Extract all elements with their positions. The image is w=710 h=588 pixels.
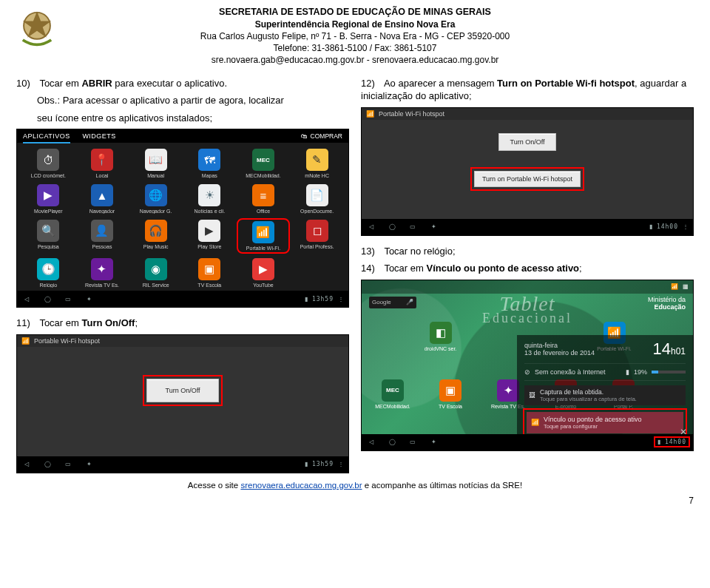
recent-icon[interactable]: ▭ [408, 222, 418, 232]
navbar-clock[interactable]: 14h00 [665, 439, 686, 445]
app-icon: 🌐 [145, 184, 167, 206]
page-number: 7 [689, 496, 694, 506]
app-icon: ◻ [306, 220, 328, 242]
back-icon[interactable]: ◁ [21, 294, 32, 304]
screenshot-hotspot-off: 📶 Portable Wi-Fi hotspot Turn On/Off ◁ ◯… [16, 334, 349, 473]
app-portal-profess-[interactable]: ◻Portal Profess. [291, 220, 342, 252]
step-10: 10) Tocar em ABRIR para executar o aplic… [16, 77, 349, 90]
screenshot-icon[interactable]: ✦ [84, 294, 94, 304]
app-label: Relógio [26, 283, 70, 288]
shop-button[interactable]: 🛍 COMPRAR [301, 132, 342, 140]
tab-widgets[interactable]: WIDGETS [82, 132, 116, 140]
app-movieplayer[interactable]: ▶MoviePlayer [23, 184, 74, 214]
panel-tether-notification[interactable]: 📶 Vínculo ou ponto de acesso ativo Toque… [527, 412, 683, 433]
app-not-cias-e-cli-[interactable]: ☀Notícias e cli. [184, 184, 235, 214]
home-icon[interactable]: ◯ [387, 222, 397, 232]
app-portable-wi-fi-[interactable]: 📶Portable Wi-Fi. [238, 220, 289, 252]
panel-connection[interactable]: ⊘ Sem conexão à Internet ▮ 19% [524, 368, 686, 376]
app-label: Mapas [187, 173, 231, 178]
more-icon[interactable]: ⋮ [338, 461, 344, 467]
recent-icon[interactable]: ▭ [63, 459, 73, 470]
back-icon[interactable]: ◁ [366, 222, 376, 232]
app-mnote-hc[interactable]: ✎mNote HC [291, 149, 342, 178]
tether-icon: 📶 [531, 419, 539, 426]
app-label: LCD cronômet. [26, 173, 70, 178]
tab-applications[interactable]: APLICATIVOS [23, 132, 70, 143]
app-pessoas[interactable]: 👤Pessoas [77, 220, 128, 252]
turn-onoff-button[interactable]: Turn On/Off [146, 379, 218, 402]
app-icon: ▣ [198, 258, 220, 280]
app-label: Navegador [80, 209, 124, 214]
app-play-music[interactable]: 🎧Play Music [130, 220, 181, 252]
app-manual[interactable]: 📖Manual [130, 149, 181, 178]
turn-on-hotspot-button[interactable]: Turn on Portable Wi-Fi hotspot [474, 171, 581, 187]
highlight-turn-on-hotspot: Turn on Portable Wi-Fi hotspot [472, 169, 583, 189]
app-icon: ▲ [91, 184, 113, 206]
drawer-tabs: APLICATIVOS WIDGETS [23, 132, 126, 140]
turn-onoff-button[interactable]: Turn On/Off [498, 133, 555, 151]
recent-icon[interactable]: ▭ [63, 294, 73, 304]
screenshot-icon[interactable]: ✦ [84, 459, 94, 470]
app-local[interactable]: 📍Local [77, 149, 128, 178]
panel-clock[interactable]: 14h01 [652, 339, 686, 359]
app-opendocume-[interactable]: 📄OpenDocume. [291, 184, 342, 214]
screenshot-icon[interactable]: ✦ [428, 437, 439, 447]
battery-icon: ▮ [649, 223, 652, 230]
app-icon: ⏱ [37, 149, 59, 171]
apps-grid-icon[interactable]: ▦ [683, 283, 689, 290]
app-label: MECMobilidad. [371, 404, 415, 409]
app-navegador-g-[interactable]: 🌐Navegador G. [130, 184, 181, 214]
app-icon: ◉ [145, 258, 167, 280]
app-label: YouTube [241, 283, 285, 288]
app-label: Play Music [134, 244, 178, 249]
app-play-store[interactable]: ▶Play Store [184, 220, 235, 252]
app-pesquisa[interactable]: 🔍Pesquisa [23, 220, 74, 252]
back-icon[interactable]: ◁ [366, 437, 376, 447]
home-icon[interactable]: ◯ [42, 459, 53, 470]
app-droidvnc-ser-[interactable]: ◧droidVNC ser. [362, 322, 519, 351]
back-icon[interactable]: ◁ [21, 459, 32, 470]
screenshot-hotspot-on: 📶 Portable Wi-Fi hotspot Turn On/Off Tur… [361, 107, 694, 236]
battery-icon: ▮ [305, 296, 308, 303]
app-ril-service[interactable]: ◉RIL Service [130, 258, 181, 288]
document-header: SECRETARIA DE ESTADO DE EDUCAÇÃO DE MINA… [0, 0, 710, 70]
panel-date: 13 de fevereiro de 2014 [524, 349, 595, 356]
app-revista-tv-es-[interactable]: ✦Revista TV Es. [77, 258, 128, 288]
app-mapas[interactable]: 🗺Mapas [184, 149, 235, 178]
wifi-icon: 📶 [366, 110, 374, 118]
app-label: Portal Profess. [295, 244, 339, 249]
shopping-bag-icon: 🛍 [301, 132, 308, 140]
app-rel-gio[interactable]: 🕒Relógio [23, 258, 74, 288]
app-navegador[interactable]: ▲Navegador [77, 184, 128, 214]
footer-link[interactable]: srenovaera.educacao.mg.gov.br [240, 481, 362, 490]
app-youtube[interactable]: ▶YouTube [238, 258, 289, 288]
app-office[interactable]: ≡Office [238, 184, 289, 214]
app-tv-escola[interactable]: ▣TV Escola [184, 258, 235, 288]
screenshot-app-drawer: APLICATIVOS WIDGETS 🛍 COMPRAR ⏱LCD cronô… [16, 129, 349, 308]
app-mecmobilidad-[interactable]: MECMECMobilidad. [238, 149, 289, 178]
app-grid: ⏱LCD cronômet.📍Local📖Manual🗺MapasMECMECM… [17, 143, 348, 291]
app-lcd-cron-met-[interactable]: ⏱LCD cronômet. [23, 149, 74, 178]
header-line-1: SECRETARIA DE ESTADO DE EDUCAÇÃO DE MINA… [0, 6, 710, 18]
more-icon[interactable]: ⋮ [338, 296, 344, 303]
panel-day: quinta-feira [524, 342, 595, 349]
app-icon: 🔍 [37, 220, 59, 242]
recent-icon[interactable]: ▭ [408, 437, 418, 447]
app-tv-escola[interactable]: ▣TV Escola [428, 379, 473, 409]
app-mecmobilidad-[interactable]: MECMECMobilidad. [371, 379, 415, 409]
image-icon: 🖼 [529, 391, 535, 399]
app-label: Notícias e cli. [187, 209, 231, 214]
app-label: Navegador G. [134, 209, 178, 214]
app-label: Manual [134, 173, 178, 178]
battery-icon: ▮ [657, 439, 660, 445]
panel-screenshot-notification[interactable]: 🖼 Captura de tela obtida. Toque para vis… [524, 385, 686, 405]
home-icon[interactable]: ◯ [387, 437, 397, 447]
more-icon[interactable]: ⋮ [683, 223, 689, 230]
app-icon: 🗺 [198, 149, 220, 171]
app-icon: MEC [252, 149, 274, 171]
app-icon: ≡ [252, 184, 274, 206]
screenshot-icon[interactable]: ✦ [428, 222, 439, 232]
home-icon[interactable]: ◯ [42, 294, 53, 304]
wifi-icon: 📶 [21, 337, 30, 345]
app-icon: ▶ [252, 258, 274, 280]
